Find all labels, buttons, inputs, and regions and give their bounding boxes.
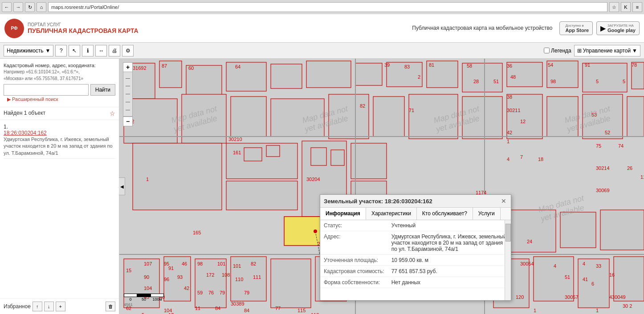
googleplay-badge[interactable]: ▶ ЗАГРУЗИТЕ НА Google play [596, 21, 640, 35]
forward-button[interactable]: → [13, 2, 23, 12]
menu-button[interactable]: ≡ [632, 2, 642, 12]
sidebar-collapse-btn[interactable]: ◀ [119, 177, 125, 195]
svg-text:16: 16 [609, 272, 615, 278]
logo-icon: РФ [4, 19, 24, 38]
favorites-label: Избранное [4, 303, 31, 310]
svg-text:42: 42 [184, 286, 189, 291]
svg-text:30054: 30054 [520, 261, 534, 266]
realty-dropdown[interactable]: Недвижимость ▼ [4, 45, 53, 56]
svg-rect-48 [271, 259, 311, 308]
sidebar-bottom: Избранное ↑ ↓ + 🗑 [0, 298, 119, 314]
fav-import-btn[interactable]: ↑ [33, 302, 42, 311]
chevron-down-icon: ▼ [45, 48, 51, 54]
svg-text:30210: 30210 [228, 137, 242, 142]
zoom-in-button[interactable]: + [123, 62, 133, 72]
svg-text:30 2: 30 2 [623, 303, 632, 309]
manage-map-btn[interactable]: ⊞ Управление картой ▼ [574, 45, 640, 56]
measure-tool[interactable]: ↔ [95, 45, 107, 56]
appstore-badge[interactable]: Доступно в App Store [559, 21, 593, 35]
tab-services[interactable]: Услуги [473, 208, 501, 220]
svg-text:15: 15 [126, 268, 131, 273]
search-input[interactable] [4, 84, 89, 96]
googleplay-icon: ▶ [600, 24, 606, 32]
help-button[interactable]: ? [55, 45, 67, 56]
toolbar-right: Легенда ⊞ Управление картой ▼ [544, 45, 640, 56]
portal-label: ПОРТАЛ УСЛУГ [28, 22, 139, 27]
scale-bar-bottom: 0 50 100м 4561 [124, 294, 164, 307]
svg-text:48: 48 [510, 74, 516, 80]
scrollbar-track [505, 220, 511, 300]
svg-rect-5 [271, 64, 302, 89]
scrollbar-thumb[interactable] [505, 224, 511, 242]
svg-text:1: 1 [596, 308, 599, 313]
svg-text:28: 28 [473, 79, 479, 84]
svg-text:46: 46 [182, 261, 187, 266]
svg-text:91: 91 [168, 266, 174, 271]
table-row: Статус: Учтенный [320, 220, 511, 231]
dropdown-label: Недвижимость [7, 48, 44, 54]
star-button[interactable]: ☆ [609, 2, 619, 12]
map-area[interactable]: 31692 87 30210 60 64 39 81 83 2 58 36 48… [119, 59, 644, 314]
svg-rect-18 [271, 99, 324, 137]
result-item[interactable]: 1. 18:26:030204:162 Удмуртская Республик… [4, 122, 115, 159]
svg-text:74: 74 [618, 143, 624, 149]
address-bar[interactable]: maps.rosreestr.ru/PortalOnline/ [48, 2, 607, 12]
favorite-star-icon[interactable]: ☆ [110, 110, 115, 117]
svg-text:5: 5 [596, 79, 599, 84]
back-button[interactable]: ← [2, 2, 12, 12]
svg-rect-6 [306, 61, 351, 88]
info-tool[interactable]: ℹ [82, 45, 94, 56]
fav-export-btn[interactable]: ↓ [44, 302, 54, 311]
svg-text:84: 84 [244, 308, 249, 313]
legend-checkbox[interactable]: Легенда [544, 48, 571, 54]
svg-rect-20 [373, 97, 404, 137]
svg-text:36: 36 [507, 63, 512, 68]
reload-button[interactable]: ↻ [25, 2, 35, 12]
info-table: Статус: Учтенный Адрес: Удмуртская Респу… [320, 220, 511, 288]
svg-text:76: 76 [208, 290, 214, 295]
scale-tick [126, 94, 130, 94]
settings-tool[interactable]: ⚙ [122, 45, 134, 56]
svg-point-160 [314, 229, 317, 233]
home-button[interactable]: ⌂ [37, 2, 46, 12]
popup-tabs: Информация Характеристики Кто обслуживае… [320, 208, 511, 220]
svg-text:7: 7 [520, 154, 523, 160]
svg-text:120: 120 [516, 294, 524, 300]
tab-information[interactable]: Информация [320, 208, 366, 220]
tab-serves[interactable]: Кто обслуживает? [417, 208, 473, 220]
field-label-ownership: Форма собственности: [320, 277, 388, 288]
legend-label: Легенда [551, 48, 571, 54]
field-value-area: 10 959.00 кв. м [388, 255, 511, 266]
svg-text:30211: 30211 [507, 108, 521, 113]
scale-labels: 0 50 100м [124, 297, 164, 302]
zoom-out-button[interactable]: − [123, 117, 133, 126]
fav-delete-btn[interactable]: 🗑 [106, 302, 115, 311]
manage-map-label: Управление картой [583, 48, 631, 54]
popup-close-btn[interactable]: ✕ [500, 197, 507, 205]
svg-text:111: 111 [253, 274, 261, 280]
fav-add-btn[interactable]: + [56, 302, 65, 311]
cursor-tool[interactable]: ↖ [69, 45, 80, 56]
scale-seg-black [137, 294, 151, 297]
print-tool[interactable]: 🖨 [109, 45, 120, 56]
kaspersky-button[interactable]: K [621, 2, 631, 12]
advanced-search-link[interactable]: ▶ Расширенный поиск [4, 96, 115, 103]
search-panel: Кадастровый номер, адрес, координата: На… [0, 59, 119, 107]
svg-text:110: 110 [640, 174, 644, 180]
svg-rect-7 [355, 63, 382, 85]
tab-characteristics[interactable]: Характеристики [366, 208, 417, 220]
scale-tick [126, 86, 130, 86]
result-link[interactable]: 18:26:030204:162 [4, 130, 115, 136]
scale-tick [126, 110, 130, 110]
svg-rect-19 [329, 94, 369, 139]
svg-text:107: 107 [144, 261, 152, 266]
scale-label-100: 100м [151, 297, 164, 302]
result-description: Удмуртская Республика, г. Ижевск, земель… [4, 137, 113, 156]
svg-rect-17 [231, 97, 266, 137]
legend-check[interactable] [544, 48, 550, 53]
svg-text:98: 98 [550, 79, 556, 84]
search-button[interactable]: Найти [90, 84, 115, 96]
svg-rect-4 [226, 62, 266, 91]
scale-seg-white-2 [151, 294, 164, 297]
svg-text:54: 54 [548, 62, 553, 68]
